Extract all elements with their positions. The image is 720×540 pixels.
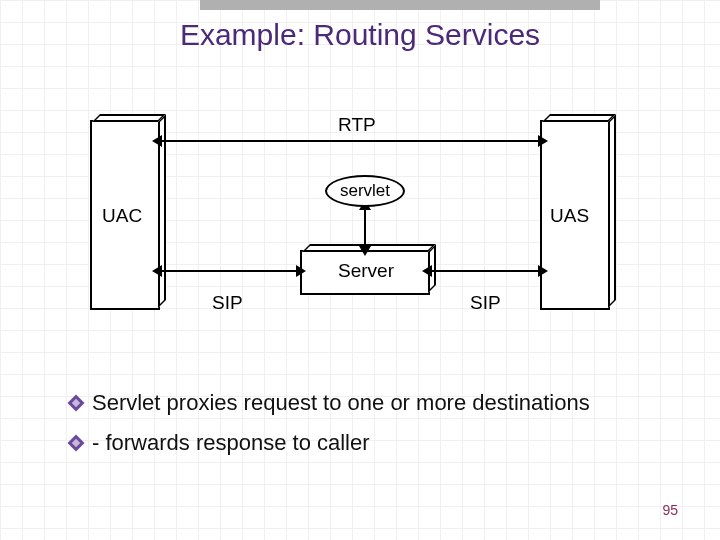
uac-label: UAC [102, 205, 142, 227]
sip-right-arrow-l [422, 265, 432, 277]
bullet-text-2: - forwards response to caller [92, 430, 370, 456]
bullet-item-1: Servlet proxies request to one or more d… [70, 390, 670, 416]
servlet-ellipse: servlet [325, 175, 405, 207]
bullet-text-1: Servlet proxies request to one or more d… [92, 390, 590, 416]
bullet-list: Servlet proxies request to one or more d… [70, 390, 670, 470]
servlet-server-line [364, 207, 366, 250]
sip-left-line [160, 270, 300, 272]
diamond-bullet-icon [70, 397, 82, 409]
sip-left-arrow-l [152, 265, 162, 277]
rtp-connection-line [160, 140, 540, 142]
bullet-item-2: - forwards response to caller [70, 430, 670, 456]
diamond-bullet-icon [70, 437, 82, 449]
sip-right-line [430, 270, 540, 272]
top-decoration-bar [200, 0, 600, 10]
sip-left-label: SIP [212, 292, 243, 314]
routing-diagram: RTP SIP SIP UAC UAS Server servlet [90, 100, 630, 350]
slide-title: Example: Routing Services [0, 18, 720, 52]
servlet-arrow-down [359, 246, 371, 256]
rtp-arrow-right [538, 135, 548, 147]
uas-label: UAS [550, 205, 589, 227]
rtp-arrow-left [152, 135, 162, 147]
server-label: Server [338, 260, 394, 282]
sip-right-arrow-r [538, 265, 548, 277]
sip-left-arrow-r [296, 265, 306, 277]
servlet-label: servlet [340, 181, 390, 201]
rtp-label: RTP [338, 114, 376, 136]
sip-right-label: SIP [470, 292, 501, 314]
page-number: 95 [662, 502, 678, 518]
